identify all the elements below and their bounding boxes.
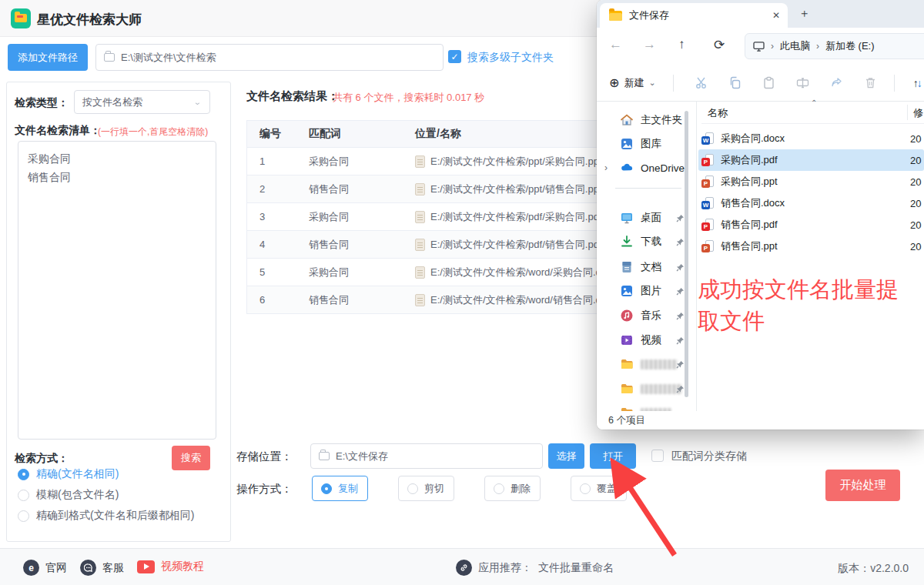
music-icon [620, 309, 634, 323]
up-icon[interactable]: ↑ [678, 37, 685, 52]
cut-icon[interactable] [695, 76, 708, 89]
footer-recommend[interactable]: 应用推荐： 文件批量重命名 [456, 560, 614, 576]
keyword-list-label: 文件名检索清单： [15, 124, 101, 138]
word-file-icon: W [701, 197, 714, 209]
divider [673, 75, 674, 92]
sidebar-item-videos[interactable]: 视频 [597, 329, 695, 352]
search-mode-label: 检索方式： [15, 452, 69, 466]
file-icon [415, 183, 425, 196]
explorer-file-pane: ⌃ 名称 修 W 采购合同.docx 20 P 采购合同.pdf 20 P 采购 [697, 102, 924, 411]
explorer-body: 主文件夹 图库 › OneDrive 桌面 [597, 102, 924, 411]
expand-icon[interactable]: › [604, 162, 608, 173]
add-path-button[interactable]: 添加文件路径 [8, 44, 88, 71]
address-bar[interactable]: › 此电脑 › 新加卷 (E:) [745, 33, 924, 59]
explorer-statusbar: 6 个项目 [597, 411, 924, 430]
op-radio-cut[interactable]: 剪切 [398, 476, 454, 501]
column-header-name[interactable]: 名称 [708, 106, 728, 120]
search-path-input[interactable] [121, 52, 435, 63]
delete-icon[interactable] [864, 76, 877, 89]
sidebar-item-home[interactable]: 主文件夹 [597, 109, 695, 132]
keyword-list-hint: (一行填一个,首尾空格清除) [98, 125, 208, 139]
new-button[interactable]: ⊕ 新建 ⌄ [609, 75, 656, 90]
footer-video-tutorial-link[interactable]: 视频教程 [137, 560, 204, 573]
sidebar-item-downloads[interactable]: 下载 [597, 230, 695, 253]
breadcrumb-drive[interactable]: 新加卷 (E:) [825, 39, 875, 53]
search-path-field[interactable] [95, 44, 444, 71]
refresh-icon[interactable]: ⟳ [714, 37, 725, 53]
file-row[interactable]: W 销售合同.docx 20 [698, 192, 924, 214]
file-icon [415, 155, 425, 168]
sidebar-item-folder-censored[interactable] [597, 377, 695, 400]
app-logo-icon [11, 8, 31, 28]
classify-checkbox[interactable] [651, 450, 664, 462]
sidebar-item-onedrive[interactable]: › OneDrive [597, 156, 695, 179]
mode-radio-exact-format[interactable]: 精确到格式(文件名和后缀都相同) [18, 509, 194, 523]
column-divider[interactable] [907, 105, 908, 120]
paste-icon[interactable] [762, 76, 775, 89]
radio-icon [18, 490, 29, 501]
breadcrumb-this-pc[interactable]: 此电脑 [780, 39, 810, 53]
keyword-list-textarea[interactable]: 采购合同 销售合同 [18, 141, 216, 440]
op-radio-copy[interactable]: 复制 [312, 476, 368, 501]
subfolder-checkbox[interactable]: ✓ [448, 50, 461, 63]
search-button[interactable]: 搜索 [172, 446, 210, 470]
op-radio-overwrite[interactable]: 覆盖 [571, 476, 627, 501]
annotation-text: 成功按文件名批量提取文件 [698, 274, 907, 337]
footer-website-link[interactable]: e 官网 [23, 560, 67, 576]
explorer-tab[interactable]: 文件保存 ✕ [600, 3, 788, 28]
word-file-icon: W [701, 132, 714, 145]
file-row-selected[interactable]: P 采购合同.pdf 20 [698, 149, 924, 171]
subfolder-checkbox-label[interactable]: 搜索多级子文件夹 [467, 51, 554, 65]
check-icon: ✓ [450, 52, 458, 62]
sidebar-item-documents[interactable]: 文档 [597, 256, 695, 279]
search-type-select[interactable]: 按文件名检索 ⌄ [74, 90, 210, 114]
close-tab-icon[interactable]: ✕ [772, 10, 780, 21]
file-row[interactable]: P 销售合同.ppt 20 [698, 236, 924, 257]
sidebar-item-desktop[interactable]: 桌面 [597, 206, 695, 229]
pin-icon [676, 336, 685, 345]
chevron-right-icon: › [771, 41, 774, 52]
document-icon [620, 260, 634, 274]
rename-icon[interactable] [796, 76, 809, 89]
footer-support-link[interactable]: 客服 [80, 560, 124, 576]
link-icon [456, 560, 472, 576]
video-icon [137, 560, 155, 573]
open-button[interactable]: 打开 [590, 443, 636, 469]
pdf-file-icon: P [701, 154, 714, 166]
sidebar-item-pictures[interactable]: 图片 [597, 279, 695, 303]
pin-icon [676, 360, 685, 369]
new-tab-button[interactable]: ＋ [798, 6, 810, 21]
folder-icon [319, 452, 330, 460]
version-text: 版本：v2.2.0.0 [838, 562, 909, 576]
sort-icon[interactable]: ↑↓ [913, 77, 921, 89]
mode-radio-fuzzy[interactable]: 模糊(包含文件名) [18, 488, 119, 502]
app-title: 星优文件检索大师 [37, 11, 142, 28]
operation-mode-label: 操作方式： [236, 482, 293, 496]
op-radio-delete[interactable]: 删除 [484, 476, 541, 501]
sidebar-item-gallery[interactable]: 图库 [597, 132, 695, 155]
search-type-label: 检索类型： [15, 96, 69, 110]
file-row[interactable]: P 采购合同.ppt 20 [698, 171, 924, 192]
radio-icon [18, 510, 29, 522]
save-location-field[interactable] [310, 443, 543, 469]
save-location-input[interactable] [336, 450, 534, 462]
file-icon [415, 211, 425, 223]
sidebar-item-music[interactable]: 音乐 [597, 304, 695, 327]
plus-circle-icon: ⊕ [609, 75, 619, 90]
share-icon[interactable] [830, 76, 843, 89]
file-row[interactable]: W 采购合同.docx 20 [698, 128, 924, 149]
home-icon [620, 113, 634, 127]
start-process-button[interactable]: 开始处理 [825, 470, 900, 501]
choose-button[interactable]: 选择 [548, 443, 584, 469]
download-icon [620, 235, 634, 249]
file-row[interactable]: P 销售合同.pdf 20 [698, 214, 924, 236]
pin-icon [676, 312, 685, 320]
forward-icon[interactable]: → [643, 37, 656, 52]
classify-checkbox-label[interactable]: 匹配词分类存储 [671, 450, 747, 463]
column-header-modified[interactable]: 修 [913, 106, 923, 120]
mode-radio-exact[interactable]: 精确(文件名相同) [18, 467, 119, 481]
back-icon[interactable]: ← [609, 37, 622, 52]
sidebar-scrollbar[interactable] [685, 111, 688, 397]
copy-icon[interactable] [728, 76, 742, 89]
sidebar-item-folder-censored[interactable] [597, 353, 695, 376]
